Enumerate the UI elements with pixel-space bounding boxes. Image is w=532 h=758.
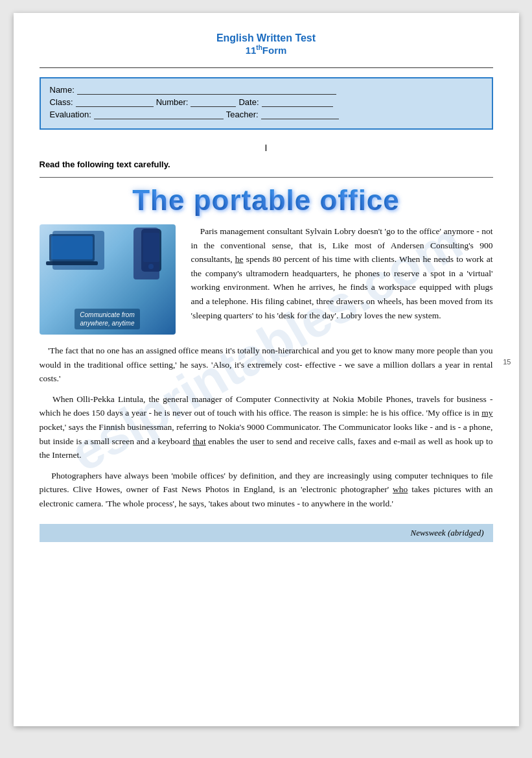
source-bar: Newsweek (abridged) [40,524,493,542]
class-row: Class: Number: Date: [50,97,483,107]
image-caption-line1: Communicate from [80,311,134,319]
evaluation-row: Evaluation: Teacher: [50,110,483,119]
date-label: Date: [238,97,259,107]
that-underlined: that [192,436,205,446]
article-divider [40,177,493,178]
name-label: Name: [50,85,75,95]
paragraph-1: Paris management consultant Sylvain Lobr… [40,224,493,322]
who-underlined: who [393,484,408,494]
number-label: Number: [156,97,189,107]
article-body: Communicate from anywhere, anytime Paris… [40,224,493,511]
teacher-label: Teacher: [226,110,259,119]
article-title: The portable office [40,184,493,217]
number-field[interactable] [191,98,236,107]
teacher-field[interactable] [261,110,339,119]
section-roman: I [40,143,493,153]
page: English Written Test 11thForm Name: Clas… [14,13,519,726]
image-caption-line2: anywhere, anytime [80,319,134,327]
source-note: (abridged) [448,528,484,538]
source-name: Newsweek [410,528,445,538]
main-title: English Written Test [40,32,493,44]
subtitle: 11thForm [40,44,493,56]
name-row: Name: [50,85,483,95]
my-underlined: my [481,408,492,418]
header-divider [40,67,493,68]
name-field[interactable] [77,86,336,95]
instruction-text: Read the following text carefully. [40,160,493,169]
paragraph-2: 'The fact that no one has an assigned of… [40,344,493,386]
date-field[interactable] [262,98,333,107]
page-header: English Written Test 11thForm [40,32,493,56]
paragraph-4: Photographers have always been 'mobile o… [40,469,493,511]
evaluation-label: Evaluation: [50,110,91,119]
class-field[interactable] [76,98,154,107]
line-number-15: 15 [503,357,511,368]
he-underlined: he [235,254,244,264]
evaluation-field[interactable] [94,110,224,119]
class-label: Class: [50,97,73,107]
paragraph-3: When Olli-Pekka Lintula, the general man… [40,392,493,462]
student-info-box: Name: Class: Number: Date: Evaluation: T… [40,77,493,130]
article-wrapper: eslprintables.com The portable office [40,184,493,511]
